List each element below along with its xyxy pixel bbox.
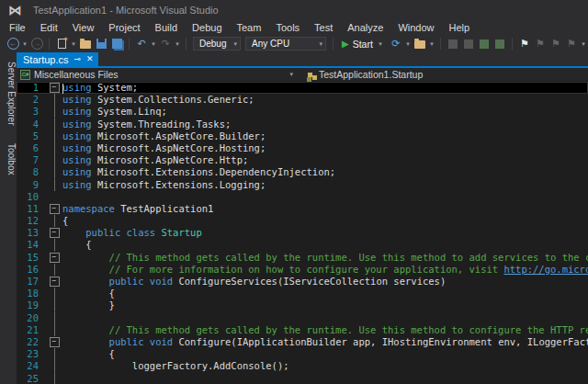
- save-icon[interactable]: [94, 36, 108, 51]
- code-line[interactable]: 13 public class Startup: [17, 227, 588, 239]
- new-file-dropdown-icon[interactable]: ▾: [70, 40, 77, 48]
- menu-item-test[interactable]: Test: [307, 20, 340, 35]
- navigate-back-dropdown-icon[interactable]: ▾: [21, 40, 28, 48]
- glyph-margin: [39, 324, 48, 336]
- clear-bookmarks-icon[interactable]: ⚑: [564, 36, 579, 51]
- type-dropdown[interactable]: TestApplication1.Startup: [302, 68, 588, 81]
- code-line[interactable]: 15 // This method gets called by the run…: [17, 252, 588, 264]
- code-line[interactable]: 10: [17, 191, 588, 203]
- code-line[interactable]: 9 using Microsoft.Extensions.Logging;: [17, 179, 588, 191]
- undo-dropdown-icon[interactable]: ▾: [150, 40, 157, 48]
- code-line[interactable]: 12 {: [17, 215, 588, 227]
- close-icon[interactable]: ✕: [86, 55, 94, 63]
- code-line[interactable]: 16 // For more information on how to con…: [17, 264, 588, 276]
- code-line[interactable]: 3 using System.Linq;: [17, 106, 588, 118]
- code-line[interactable]: 1 using System;: [17, 82, 588, 94]
- code-line[interactable]: 25: [17, 373, 588, 384]
- solution-platform-dropdown[interactable]: Any CPU▾: [245, 37, 326, 51]
- menu-item-tools[interactable]: Tools: [268, 20, 307, 35]
- code-text: }: [61, 299, 588, 311]
- fold-toggle-icon: [48, 299, 61, 311]
- line-number: 16: [17, 264, 39, 276]
- code-line[interactable]: 24 loggerFactory.AddConsole();: [17, 360, 588, 372]
- code-line[interactable]: 4 using System.Threading.Tasks;: [17, 119, 588, 130]
- code-line[interactable]: 20: [17, 312, 588, 324]
- menu-item-build[interactable]: Build: [148, 20, 185, 35]
- code-text: using Microsoft.AspNetCore.Http;: [61, 154, 588, 166]
- fold-toggle-icon[interactable]: [48, 203, 61, 215]
- refresh-icon[interactable]: ⟳: [389, 36, 403, 51]
- menu-item-project[interactable]: Project: [101, 20, 147, 35]
- menu-item-edit[interactable]: Edit: [33, 20, 65, 35]
- project-dropdown[interactable]: C# Miscellaneous Files ▾: [17, 68, 302, 81]
- refresh-dropdown-icon[interactable]: ▾: [404, 40, 412, 48]
- comment-icon[interactable]: [446, 36, 460, 51]
- line-number: 14: [17, 239, 39, 251]
- save-all-icon[interactable]: [109, 36, 124, 51]
- navigate-back-icon[interactable]: ←: [6, 36, 20, 51]
- tool-tab-server-explorer[interactable]: Server Explorer: [0, 56, 17, 130]
- find-dropdown-icon[interactable]: ▾: [428, 40, 435, 48]
- start-debugging-button[interactable]: ▶ Start ▾: [338, 36, 388, 51]
- redo-icon[interactable]: ↷: [158, 36, 173, 51]
- line-number: 8: [17, 166, 39, 178]
- fold-toggle-icon: [48, 239, 61, 251]
- glyph-margin: [39, 252, 48, 264]
- menu-item-team[interactable]: Team: [230, 20, 269, 35]
- tab-startup-cs[interactable]: Startup.cs ⊸ ✕: [17, 52, 98, 66]
- glyph-margin: [39, 288, 48, 299]
- code-line[interactable]: 22 public void Configure(IApplicationBui…: [17, 336, 588, 348]
- fold-toggle-icon: [48, 288, 61, 299]
- menu-item-debug[interactable]: Debug: [185, 20, 229, 35]
- menu-item-view[interactable]: View: [65, 20, 102, 35]
- redo-dropdown-icon[interactable]: ▾: [174, 40, 181, 48]
- code-text: [61, 312, 588, 324]
- code-line[interactable]: 18 {: [17, 288, 588, 299]
- fold-toggle-icon[interactable]: [48, 336, 61, 348]
- menu-item-help[interactable]: Help: [442, 20, 478, 35]
- title-bar: ⋈ TestApplication1 - Microsoft Visual St…: [0, 0, 588, 20]
- find-in-files-icon[interactable]: [413, 36, 427, 51]
- new-file-icon[interactable]: [54, 36, 69, 51]
- code-line[interactable]: 7 using Microsoft.AspNetCore.Http;: [17, 154, 588, 166]
- code-line[interactable]: 14 {: [17, 239, 588, 251]
- glyph-margin: [39, 239, 48, 251]
- code-line[interactable]: 19 }: [17, 299, 588, 311]
- fold-toggle-icon[interactable]: [48, 82, 61, 94]
- bookmark-dropdown-icon[interactable]: ▾: [580, 40, 587, 48]
- fold-toggle-icon[interactable]: [48, 276, 61, 288]
- line-number: 10: [17, 191, 39, 203]
- menu-item-window[interactable]: Window: [390, 20, 441, 35]
- indent-decrease-icon[interactable]: [477, 36, 492, 51]
- line-number: 1: [17, 82, 39, 94]
- code-line[interactable]: 21 // This method gets called by the run…: [17, 324, 588, 336]
- toolbar: ← ▾ → ▾ ↶ ▾ ↷ ▾ Debug▾ Any CPU▾ ▶ Start …: [0, 35, 588, 52]
- next-bookmark-icon[interactable]: ⚑: [548, 36, 563, 51]
- menu-item-analyze[interactable]: Analyze: [340, 20, 390, 35]
- code-line[interactable]: 8 using Microsoft.Extensions.DependencyI…: [17, 166, 588, 178]
- tool-tab-toolbox[interactable]: Toolbox: [0, 138, 17, 180]
- navigate-forward-icon[interactable]: →: [29, 36, 44, 51]
- toolbar-separator: [512, 38, 513, 50]
- code-editor[interactable]: 1 using System; 2 using System.Collectio…: [17, 81, 588, 384]
- fold-toggle-icon[interactable]: [48, 252, 61, 264]
- code-line[interactable]: 17 public void ConfigureServices(IServic…: [17, 276, 588, 288]
- code-line[interactable]: 6 using Microsoft.AspNetCore.Hosting;: [17, 142, 588, 154]
- solution-configuration-dropdown[interactable]: Debug▾: [193, 37, 241, 51]
- code-line[interactable]: 5 using Microsoft.AspNetCore.Builder;: [17, 130, 588, 142]
- glyph-margin: [39, 154, 48, 166]
- code-line[interactable]: 2 using System.Collections.Generic;: [17, 94, 588, 106]
- uncomment-icon[interactable]: [461, 36, 476, 51]
- fold-toggle-icon[interactable]: [48, 227, 61, 239]
- bookmark-icon[interactable]: ⚑: [517, 36, 532, 51]
- code-line[interactable]: 11 namespace TestApplication1: [17, 203, 588, 215]
- previous-bookmark-icon[interactable]: ⚑: [533, 36, 548, 51]
- code-line[interactable]: 23 {: [17, 348, 588, 360]
- line-number: 2: [17, 94, 39, 106]
- indent-increase-icon[interactable]: [492, 36, 507, 51]
- open-file-icon[interactable]: [78, 36, 93, 51]
- pin-icon[interactable]: ⊸: [74, 55, 82, 63]
- undo-icon[interactable]: ↶: [134, 36, 149, 51]
- code-text: {: [61, 348, 588, 360]
- menu-item-file[interactable]: File: [2, 20, 33, 35]
